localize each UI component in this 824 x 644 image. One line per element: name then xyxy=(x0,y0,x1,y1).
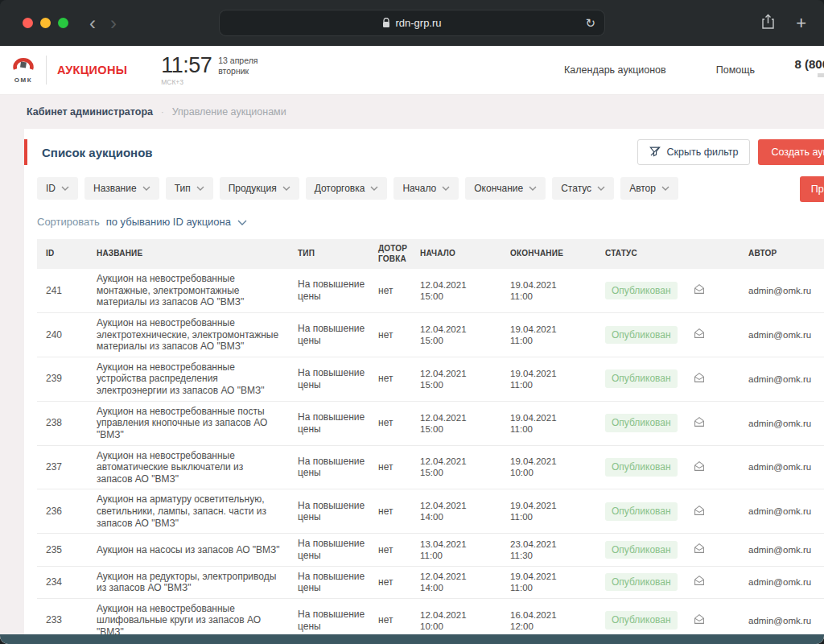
table-row[interactable]: 233 Аукцион на невостребованные шлифовал… xyxy=(37,599,824,634)
address-bar[interactable]: rdn-grp.ru ↻ xyxy=(219,10,605,36)
column-header: ДОТОР ГОВКА xyxy=(370,244,412,264)
cell-name[interactable]: Аукцион на редукторы, электроприводы из … xyxy=(89,571,290,594)
mail-open-icon[interactable] xyxy=(693,543,706,557)
mail-open-icon[interactable] xyxy=(693,328,706,342)
column-header: ТИП xyxy=(290,249,370,259)
minimize-window-button[interactable] xyxy=(40,18,51,28)
breadcrumb-item-auction-management: Управление аукционами xyxy=(172,106,286,118)
table-row[interactable]: 238 Аукцион на невостребованные посты уп… xyxy=(37,402,824,446)
mail-open-icon[interactable] xyxy=(693,505,706,519)
cell-name[interactable]: Аукцион на арматуру осветительную, свети… xyxy=(89,493,290,529)
sort-select[interactable]: по убыванию ID аукциона xyxy=(106,216,247,228)
cell-mail[interactable] xyxy=(670,543,740,557)
cell-name[interactable]: Аукцион на невостребованные электротехни… xyxy=(89,317,290,353)
lock-icon xyxy=(382,18,390,28)
table-row[interactable]: 240 Аукцион на невостребованные электрот… xyxy=(37,313,824,357)
table-header-row: IDНАЗВАНИЕТИПДОТОР ГОВКАНАЧАЛООКОНЧАНИЕС… xyxy=(37,239,824,269)
page-title: Список аукционов xyxy=(42,146,153,159)
cell-mail[interactable] xyxy=(670,575,740,589)
cell-id: 241 xyxy=(37,285,89,297)
cell-name[interactable]: Аукцион на невостребованные посты управл… xyxy=(89,406,290,441)
header-nav-link[interactable]: Помощь xyxy=(716,64,755,76)
header-nav-link[interactable]: Календарь аукционов xyxy=(564,64,666,76)
cell-mail[interactable] xyxy=(670,460,740,475)
table-row[interactable]: 235 Аукцион на насосы из запасов АО "ВМЗ… xyxy=(37,534,824,566)
filter-chip[interactable]: Статус xyxy=(552,177,614,200)
filter-chip[interactable]: Автор xyxy=(620,177,678,200)
filter-chip[interactable]: Доторговка xyxy=(306,177,388,200)
close-window-button[interactable] xyxy=(23,18,33,28)
cell-retrade: нет xyxy=(370,329,412,341)
filter-chip[interactable]: Тип xyxy=(166,177,213,200)
cell-retrade: нет xyxy=(370,576,412,588)
forward-button[interactable]: › xyxy=(110,14,117,33)
cell-start: 13.04.2021 11:00 xyxy=(412,539,502,561)
cell-mail[interactable] xyxy=(670,328,740,342)
cell-id: 237 xyxy=(37,461,89,473)
table-row[interactable]: 239 Аукцион на невостребованные устройст… xyxy=(37,357,824,402)
cell-author: admin@omk.ru xyxy=(740,285,824,296)
status-badge: Опубликован xyxy=(605,458,678,477)
chevron-down-icon xyxy=(529,186,537,191)
filter-chip[interactable]: Продукция xyxy=(220,177,299,200)
timezone-label: МСК+3 xyxy=(161,78,212,86)
filter-chip[interactable]: Название xyxy=(84,177,159,200)
site-logo[interactable]: ОМК АУКЦИОНЫ xyxy=(11,56,127,85)
mail-open-icon[interactable] xyxy=(693,575,706,589)
filter-chip[interactable]: Окончание xyxy=(465,177,546,200)
cell-start: 12.04.2021 15:00 xyxy=(412,368,502,390)
filter-chip[interactable]: ID xyxy=(37,177,78,200)
cell-mail[interactable] xyxy=(670,613,740,628)
reload-icon[interactable]: ↻ xyxy=(585,16,595,31)
cell-end: 19.04.2021 10:00 xyxy=(502,456,597,478)
breadcrumb-item-admin-cabinet[interactable]: Кабинет администратора xyxy=(27,106,153,118)
phone-subtext-fragment xyxy=(818,73,824,77)
cell-start: 12.04.2021 15:00 xyxy=(412,412,502,435)
create-auction-button[interactable]: Создать аукцион xyxy=(758,139,824,165)
omk-logo-text: ОМК xyxy=(14,76,32,84)
table-row[interactable]: 241 Аукцион на невостребованные монтажны… xyxy=(37,269,824,313)
sort-label: Сортировать xyxy=(37,216,100,228)
cell-start: 12.04.2021 14:00 xyxy=(412,571,502,593)
cell-name[interactable]: Аукцион на невостребованные автоматическ… xyxy=(89,450,290,485)
cell-mail[interactable] xyxy=(670,283,740,298)
filter-chip[interactable]: Начало xyxy=(393,177,459,200)
cell-type: На повышение цены xyxy=(290,367,370,390)
cell-mail[interactable] xyxy=(670,416,740,431)
sort-row: Сортировать по убыванию ID аукциона xyxy=(24,203,824,239)
mail-open-icon[interactable] xyxy=(693,372,706,386)
cell-name[interactable]: Аукцион на насосы из запасов АО "ВМЗ" xyxy=(89,544,290,556)
cell-mail[interactable] xyxy=(670,505,740,519)
cell-status: Опубликован xyxy=(597,326,670,345)
mail-open-icon[interactable] xyxy=(693,283,706,298)
zoom-window-button[interactable] xyxy=(58,18,68,28)
hide-filter-button[interactable]: Скрыть фильтр xyxy=(637,139,751,165)
mail-open-icon[interactable] xyxy=(693,613,706,628)
chevron-down-icon xyxy=(196,186,204,191)
status-badge: Опубликован xyxy=(605,369,678,388)
cell-name[interactable]: Аукцион на невостребованные шлифовальные… xyxy=(89,603,290,634)
back-button[interactable]: ‹ xyxy=(89,14,96,33)
chevron-down-icon xyxy=(142,186,150,191)
logo-divider xyxy=(46,56,47,85)
cell-end: 19.04.2021 11:00 xyxy=(502,500,597,522)
apply-filter-button[interactable]: Применить xyxy=(800,176,824,202)
mail-open-icon[interactable] xyxy=(693,416,706,431)
cell-status: Опубликован xyxy=(597,541,670,559)
cell-end: 23.04.2021 11:30 xyxy=(502,539,597,561)
chevron-down-icon xyxy=(661,186,670,191)
cell-start: 12.04.2021 15:00 xyxy=(412,456,502,478)
breadcrumb: Кабинет администратора · Управление аукц… xyxy=(0,95,824,129)
table-row[interactable]: 237 Аукцион на невостребованные автомати… xyxy=(37,446,824,490)
table-row[interactable]: 236 Аукцион на арматуру осветительную, с… xyxy=(37,489,824,534)
header-buttons: Скрыть фильтр Создать аукцион xyxy=(637,139,824,165)
cell-name[interactable]: Аукцион на невостребованные устройства р… xyxy=(89,361,290,397)
table-row[interactable]: 234 Аукцион на редукторы, электроприводы… xyxy=(37,567,824,599)
new-tab-icon[interactable]: + xyxy=(796,14,806,32)
mail-open-icon[interactable] xyxy=(693,460,706,475)
column-header: СТАТУС xyxy=(597,249,670,259)
cell-name[interactable]: Аукцион на невостребованные монтажные, э… xyxy=(89,273,290,308)
share-icon[interactable] xyxy=(761,14,775,33)
cell-mail[interactable] xyxy=(670,372,740,386)
cell-type: На повышение цены xyxy=(290,456,370,479)
